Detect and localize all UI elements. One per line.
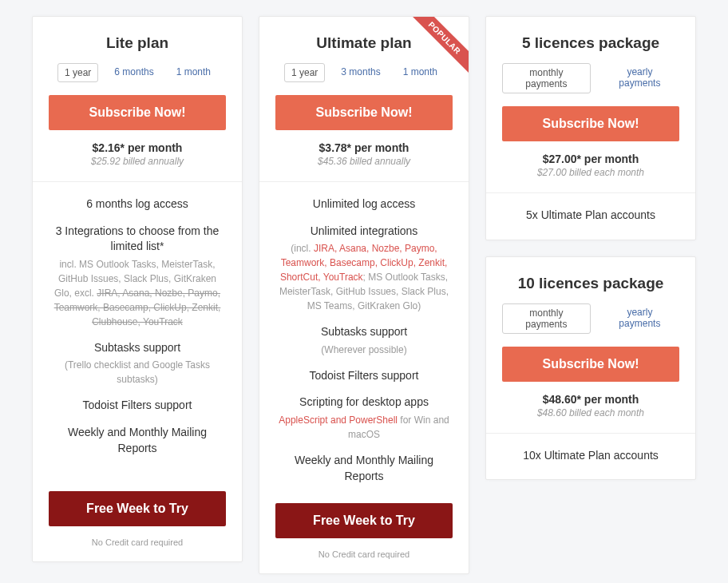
pkg10-card: 10 licences package monthly payments yea…: [485, 256, 696, 481]
lite-feature-subtasks: Subtasks support: [49, 340, 226, 356]
pkg5-price: $27.00* per month: [502, 153, 679, 165]
pkg5-title: 5 licences package: [502, 34, 679, 52]
ultimate-feature-reports: Weekly and Monthly Mailing Reports: [275, 453, 453, 484]
lite-tabs: 1 year 6 months 1 month: [49, 63, 226, 82]
ultimate-feature-todoist: Todoist Filters support: [275, 368, 453, 384]
ultimate-feature-integrations: Unlimited integrations: [275, 224, 453, 240]
pkg5-card: 5 licences package monthly payments year…: [485, 16, 696, 240]
ultimate-price: $3.78* per month: [275, 141, 453, 154]
ultimate-feature-scripting-detail: AppleScript and PowerShell for Win and m…: [275, 413, 453, 442]
pkg10-tab-yearly[interactable]: yearly payments: [600, 303, 679, 334]
lite-tab-6months[interactable]: 6 months: [108, 63, 160, 82]
ultimate-tab-1month[interactable]: 1 month: [397, 63, 444, 82]
pkg5-tab-yearly[interactable]: yearly payments: [600, 63, 679, 93]
ultimate-billed: $45.36 billed annually: [275, 156, 453, 167]
lite-feature-reports: Weekly and Monthly Mailing Reports: [49, 425, 226, 456]
pkg5-tab-monthly[interactable]: monthly payments: [502, 63, 591, 93]
pkg10-title: 10 licences package: [502, 275, 679, 292]
ultimate-tab-1year[interactable]: 1 year: [284, 63, 325, 82]
ultimate-plan-card: POPULAR Ultimate plan 1 year 3 months 1 …: [259, 16, 469, 574]
lite-feature-integrations-detail: incl. MS Outlook Tasks, MeisterTask, Git…: [49, 257, 226, 329]
ultimate-feature-log-access: Unlimited log access: [275, 196, 453, 212]
pkg10-feature-accounts: 10x Ultimate Plan accounts: [502, 448, 679, 464]
pkg5-billed: $27.00 billed each month: [502, 167, 679, 178]
pkg10-tab-monthly[interactable]: monthly payments: [502, 303, 591, 334]
lite-tab-1month[interactable]: 1 month: [170, 63, 217, 82]
pkg10-price: $48.60* per month: [502, 393, 679, 406]
lite-feature-todoist: Todoist Filters support: [49, 398, 226, 414]
lite-subscribe-button[interactable]: Subscribe Now!: [49, 95, 226, 130]
pkg5-feature-accounts: 5x Ultimate Plan accounts: [502, 208, 679, 224]
ultimate-feature-scripting: Scripting for desktop apps: [275, 395, 453, 410]
lite-tab-1year[interactable]: 1 year: [57, 63, 98, 82]
lite-title: Lite plan: [49, 34, 226, 52]
ultimate-tab-3months[interactable]: 3 months: [334, 63, 386, 82]
pkg5-subscribe-button[interactable]: Subscribe Now!: [502, 106, 679, 141]
ultimate-tabs: 1 year 3 months 1 month: [275, 63, 453, 82]
pkg10-tabs: monthly payments yearly payments: [502, 303, 679, 334]
ultimate-feature-subtasks-detail: (Wherever possible): [275, 343, 453, 357]
ultimate-feature-subtasks: Subtasks support: [275, 324, 453, 340]
lite-price: $2.16* per month: [49, 141, 226, 154]
pkg10-subscribe-button[interactable]: Subscribe Now!: [502, 347, 679, 382]
lite-billed: $25.92 billed annually: [49, 156, 226, 167]
ultimate-no-cc: No Credit card required: [275, 549, 453, 559]
lite-plan-card: Lite plan 1 year 6 months 1 month Subscr…: [32, 16, 243, 562]
ultimate-subscribe-button[interactable]: Subscribe Now!: [275, 95, 453, 130]
lite-feature-subtasks-detail: (Trello checklist and Google Tasks subta…: [49, 358, 226, 387]
ultimate-feature-integrations-detail: (incl. JIRA, Asana, Nozbe, Paymo, Teamwo…: [275, 241, 453, 313]
lite-no-cc: No Credit card required: [49, 537, 226, 547]
pkg5-tabs: monthly payments yearly payments: [502, 63, 679, 93]
ultimate-free-week-button[interactable]: Free Week to Try: [275, 503, 453, 538]
lite-feature-log-access: 6 months log access: [49, 196, 226, 212]
lite-feature-integrations: 3 Integrations to choose from the limite…: [49, 224, 226, 255]
lite-free-week-button[interactable]: Free Week to Try: [49, 491, 226, 526]
ultimate-title: Ultimate plan: [275, 34, 453, 52]
pkg10-billed: $48.60 billed each month: [502, 407, 679, 418]
